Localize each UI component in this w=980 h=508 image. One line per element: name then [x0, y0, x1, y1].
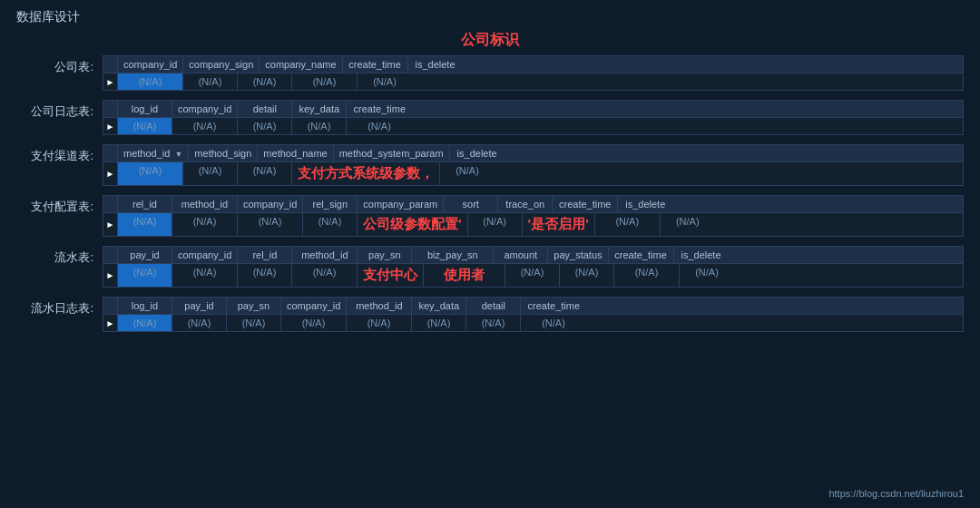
header-cell-4-8: create_time	[609, 247, 674, 263]
data-cell-5-3: (N/A)	[281, 315, 347, 331]
data-cell-1-0: (N/A)	[118, 118, 172, 134]
data-cell-0-2: (N/A)	[238, 73, 292, 90]
arrow-cell	[103, 145, 118, 161]
db-row-5: 流水日志表:log_idpay_idpay_sncompany_idmethod…	[16, 297, 964, 332]
data-cell-4-6: (N/A)	[505, 264, 560, 287]
table-header-1: log_idcompany_iddetailkey_datacreate_tim…	[103, 101, 963, 118]
table-header-0: company_idcompany_signcompany_namecreate…	[103, 56, 963, 73]
header-cell-4-5: biz_pay_sn	[412, 247, 494, 263]
table-container-2: method_id ▼method_signmethod_namemethod_…	[103, 144, 964, 186]
header-cell-3-2: company_id	[238, 196, 303, 212]
header-cell-3-4: company_param	[358, 196, 444, 212]
arrow-data-cell: ►	[103, 73, 118, 90]
header-cell-4-9: is_delete	[674, 247, 729, 263]
data-cell-2-0: (N/A)	[118, 162, 183, 185]
data-cell-3-0: (N/A)	[118, 213, 172, 236]
arrow-cell	[103, 56, 118, 73]
row-label-5: 流水日志表:	[16, 297, 103, 317]
data-cell-5-4: (N/A)	[347, 315, 412, 331]
row-label-4: 流水表:	[16, 246, 103, 266]
header-cell-0-2: company_name	[260, 56, 342, 73]
data-cell-4-9: (N/A)	[680, 264, 734, 287]
data-cell-0-0: (N/A)	[118, 73, 183, 90]
data-cell-1-4: (N/A)	[347, 118, 412, 134]
data-cell-1-1: (N/A)	[172, 118, 238, 134]
row-label-1: 公司日志表:	[16, 100, 103, 120]
header-cell-4-1: company_id	[172, 247, 238, 263]
arrow-cell	[103, 196, 118, 212]
data-cell-4-4: 支付中心	[358, 264, 424, 287]
data-cell-4-0: (N/A)	[118, 264, 172, 287]
data-cell-0-4: (N/A)	[358, 73, 412, 90]
header-cell-2-3: method_system_param	[334, 145, 450, 161]
header-cell-4-2: rel_id	[238, 247, 292, 263]
data-cell-1-3: (N/A)	[292, 118, 347, 134]
arrow-data-cell: ►	[103, 118, 118, 134]
header-cell-3-3: rel_sign	[303, 196, 358, 212]
data-cell-5-1: (N/A)	[172, 315, 227, 331]
header-cell-5-6: detail	[466, 298, 521, 314]
header-cell-2-4: is_delete	[450, 145, 505, 161]
data-cell-0-3: (N/A)	[292, 73, 358, 90]
header-cell-3-1: method_id	[172, 196, 238, 212]
header-cell-0-0: company_id	[118, 56, 183, 73]
table-container-3: rel_idmethod_idcompany_idrel_signcompany…	[103, 195, 964, 237]
header-cell-3-8: is_delete	[618, 196, 672, 212]
data-cell-5-6: (N/A)	[466, 315, 521, 331]
data-cell-4-1: (N/A)	[172, 264, 238, 287]
data-cell-4-8: (N/A)	[614, 264, 680, 287]
data-cell-3-8: (N/A)	[661, 213, 715, 236]
table-container-4: pay_idcompany_idrel_idmethod_idpay_snbiz…	[103, 246, 964, 288]
table-header-3: rel_idmethod_idcompany_idrel_signcompany…	[103, 196, 963, 213]
main-content: 公司表:company_idcompany_signcompany_namecr…	[0, 55, 980, 332]
header-cell-4-4: pay_sn	[358, 247, 412, 263]
data-cell-3-4: 公司级参数配置'	[358, 213, 468, 236]
arrow-data-cell: ►	[103, 213, 118, 236]
table-data-5: ►(N/A)(N/A)(N/A)(N/A)(N/A)(N/A)(N/A)(N/A…	[103, 315, 963, 331]
data-cell-5-2: (N/A)	[227, 315, 281, 331]
table-header-2: method_id ▼method_signmethod_namemethod_…	[103, 145, 963, 162]
center-label: 公司标识	[0, 31, 980, 50]
data-cell-2-3: 支付方式系统级参数，	[292, 162, 440, 185]
data-cell-5-0: (N/A)	[118, 315, 172, 331]
data-cell-3-5: (N/A)	[468, 213, 523, 236]
row-label-2: 支付渠道表:	[16, 144, 103, 164]
data-cell-5-7: (N/A)	[521, 315, 586, 331]
data-cell-4-3: (N/A)	[292, 264, 358, 287]
arrow-data-cell: ►	[103, 315, 118, 331]
db-row-3: 支付配置表:rel_idmethod_idcompany_idrel_signc…	[16, 195, 964, 237]
footer-link: https://blog.csdn.net/liuzhirou1	[828, 488, 964, 499]
data-cell-4-2: (N/A)	[238, 264, 292, 287]
data-cell-0-1: (N/A)	[183, 73, 238, 90]
header-cell-0-3: create_time	[343, 56, 408, 73]
arrow-data-cell: ►	[103, 162, 118, 185]
db-row-2: 支付渠道表:method_id ▼method_signmethod_namem…	[16, 144, 964, 186]
table-header-4: pay_idcompany_idrel_idmethod_idpay_snbiz…	[103, 247, 963, 264]
data-cell-4-5: 使用者	[424, 264, 505, 287]
header-cell-2-1: method_sign	[189, 145, 258, 161]
arrow-cell	[103, 101, 118, 117]
data-cell-3-1: (N/A)	[172, 213, 238, 236]
header-cell-5-4: method_id	[347, 298, 412, 314]
header-cell-1-1: company_id	[172, 101, 238, 117]
header-cell-3-5: sort	[444, 196, 498, 212]
row-label-3: 支付配置表:	[16, 195, 103, 215]
header-cell-0-4: is_delete	[408, 56, 463, 73]
header-cell-4-0: pay_id	[118, 247, 172, 263]
header-cell-4-3: method_id	[292, 247, 358, 263]
data-cell-3-2: (N/A)	[238, 213, 303, 236]
table-data-2: ►(N/A)(N/A)(N/A)支付方式系统级参数，(N/A)	[103, 162, 963, 185]
data-cell-2-2: (N/A)	[238, 162, 292, 185]
header-cell-1-2: detail	[238, 101, 292, 117]
data-cell-4-7: (N/A)	[560, 264, 614, 287]
table-header-5: log_idpay_idpay_sncompany_idmethod_idkey…	[103, 298, 963, 315]
header-cell-2-0: method_id ▼	[118, 145, 189, 161]
header-cell-3-6: trace_on	[498, 196, 553, 212]
header-cell-5-7: create_time	[521, 298, 586, 314]
data-cell-3-7: (N/A)	[595, 213, 661, 236]
header-cell-1-3: key_data	[292, 101, 347, 117]
table-data-4: ►(N/A)(N/A)(N/A)(N/A)支付中心使用者(N/A)(N/A)(N…	[103, 264, 963, 287]
header-cell-5-0: log_id	[118, 298, 172, 314]
data-cell-1-2: (N/A)	[238, 118, 292, 134]
db-row-4: 流水表:pay_idcompany_idrel_idmethod_idpay_s…	[16, 246, 964, 288]
